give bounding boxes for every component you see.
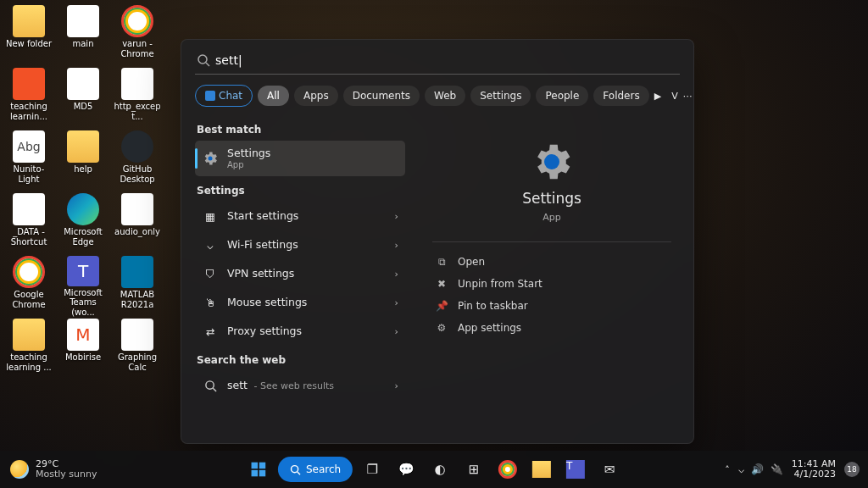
notification-badge[interactable]: 18	[844, 462, 860, 477]
result-setting[interactable]: ⌵Wi-Fi settings›	[195, 230, 405, 259]
desktop-icon[interactable]: varun - Chrome	[112, 3, 163, 66]
search-filter-row: Chat All Apps Documents Web Settings Peo…	[181, 75, 693, 114]
result-setting[interactable]: ⇄Proxy settings›	[195, 317, 405, 346]
result-title: Settings	[227, 147, 398, 160]
chevron-right-icon: ›	[395, 240, 398, 251]
filter-people[interactable]: People	[536, 86, 588, 106]
preview-action[interactable]: ✖Unpin from Start	[432, 273, 671, 295]
desktop-icon-label: MD5	[74, 102, 93, 112]
filter-documents[interactable]: Documents	[343, 86, 420, 106]
filter-apps[interactable]: Apps	[294, 86, 338, 106]
taskbar-teams[interactable]: T	[561, 455, 590, 484]
result-setting[interactable]: 🖱Mouse settings›	[195, 288, 405, 317]
desktop-icon-label: teaching learnin...	[4, 102, 53, 121]
desktop-icon-label: Graphing Calc	[113, 352, 162, 372]
desktop-icon[interactable]: AbgNunito-Light	[3, 129, 54, 191]
weather-icon	[10, 460, 29, 479]
proxy-icon: ⇄	[202, 323, 219, 340]
result-setting[interactable]: ▦Start settings›	[195, 202, 405, 230]
desktop-icon[interactable]: main	[58, 3, 108, 66]
result-web-search[interactable]: sett - See web results ›	[195, 371, 405, 400]
desktop-icon[interactable]: MD5	[58, 66, 108, 129]
desktop-icon[interactable]: help	[58, 129, 108, 191]
search-icon	[202, 377, 219, 394]
taskbar-copilot[interactable]: ◐	[426, 455, 454, 484]
user-avatar[interactable]: V	[671, 86, 678, 105]
desktop-icon[interactable]: MATLAB R2021a	[112, 254, 163, 317]
taskbar-store[interactable]: ⊞	[459, 455, 488, 484]
folder-icon	[13, 319, 45, 351]
desktop-icon[interactable]: http_except...	[112, 66, 163, 129]
preview-action[interactable]: ⚙App settings	[432, 317, 671, 339]
desktop-icon[interactable]: MMobirise	[58, 317, 108, 380]
desktop-icon[interactable]: _DATA - Shortcut	[3, 191, 54, 254]
desktop-icon-label: Nunito-Light	[4, 164, 53, 184]
filter-more-arrow-icon[interactable]: ▶	[654, 86, 661, 105]
desktop-icon-label: varun - Chrome	[113, 39, 162, 58]
desktop-icon[interactable]: GitHub Desktop	[112, 129, 163, 191]
desktop-icon-label: Microsoft Teams (wo...	[58, 288, 108, 318]
start-button[interactable]	[244, 455, 273, 484]
bing-b-icon	[205, 91, 215, 101]
desktop-icon[interactable]: Graphing Calc	[112, 317, 163, 380]
taskbar-search-button[interactable]: Search	[278, 457, 353, 482]
gear-icon	[202, 150, 219, 167]
result-title: Wi-Fi settings	[227, 238, 387, 252]
taskbar-clock[interactable]: 11:41 AM 4/1/2023	[792, 459, 836, 480]
filter-settings[interactable]: Settings	[470, 86, 531, 106]
desktop-icon-label: main	[73, 39, 94, 49]
result-setting[interactable]: ⛉VPN settings›	[195, 259, 405, 288]
preview-action[interactable]: ⧉Open	[432, 251, 671, 273]
desktop-icon-label: _DATA - Shortcut	[4, 227, 53, 247]
mouse-icon: 🖱	[202, 294, 219, 311]
volume-icon[interactable]: 🔊	[751, 463, 764, 475]
search-input[interactable]: sett	[215, 53, 680, 67]
search-icon	[197, 53, 210, 67]
taskbar-weather-widget[interactable]: 29°C Mostly sunny	[0, 459, 97, 480]
desktop-icon[interactable]: New folder	[3, 3, 54, 66]
taskbar-explorer[interactable]	[527, 455, 556, 484]
file-icon: Abg	[13, 130, 45, 163]
search-preview-pane: Settings App ⧉Open✖Unpin from Start📌Pin …	[410, 114, 693, 443]
taskbar-chat[interactable]: 💬	[392, 455, 420, 484]
desktop-icon[interactable]: teaching learnin...	[3, 66, 54, 129]
tray-chevron-up-icon[interactable]: ˄	[725, 464, 730, 475]
desktop-icon[interactable]: teaching learning ...	[3, 317, 54, 380]
preview-subtitle: App	[542, 212, 561, 223]
open-icon: ⧉	[436, 256, 448, 268]
battery-icon[interactable]: 🔌	[771, 463, 783, 475]
desktop-icon[interactable]: Google Chrome	[3, 254, 54, 317]
filter-all[interactable]: All	[258, 86, 289, 106]
file-icon	[67, 5, 99, 37]
desktop-icon[interactable]: audio_only	[112, 191, 163, 254]
desktop-icon[interactable]: TMicrosoft Teams (wo...	[58, 254, 108, 317]
preview-title: Settings	[522, 190, 581, 207]
section-best-match: Best match	[197, 124, 405, 136]
desktop-icon-label: Mobirise	[65, 352, 101, 363]
preview-action[interactable]: 📌Pin to taskbar	[432, 295, 671, 317]
taskbar-task-view[interactable]: ❐	[358, 455, 387, 484]
filter-chat[interactable]: Chat	[195, 85, 253, 107]
svg-point-5	[544, 154, 559, 169]
desktop-icon[interactable]: Microsoft Edge	[58, 191, 108, 254]
taskbar-chrome[interactable]	[493, 455, 522, 484]
desktop-icon-label: Google Chrome	[4, 290, 53, 309]
action-label: App settings	[458, 322, 521, 334]
svg-rect-6	[252, 463, 259, 469]
more-options-icon[interactable]: ⋯	[683, 86, 693, 105]
shield-icon: ⛉	[202, 265, 219, 282]
svg-point-3	[205, 381, 213, 389]
svg-line-11	[298, 471, 300, 474]
taskbar-mail[interactable]: ✉	[595, 455, 624, 484]
result-settings-app[interactable]: SettingsApp	[195, 141, 405, 176]
svg-rect-9	[259, 470, 266, 477]
wifi-icon[interactable]: ⌵	[738, 463, 744, 475]
svg-line-1	[206, 63, 209, 66]
filter-web[interactable]: Web	[425, 86, 465, 106]
section-settings: Settings	[197, 185, 405, 197]
filter-folders[interactable]: Folders	[593, 86, 648, 106]
brave-icon	[13, 68, 45, 100]
search-bar[interactable]: sett	[195, 53, 680, 75]
taskbar-system-tray: ˄ ⌵ 🔊 🔌 11:41 AM 4/1/2023 18	[725, 459, 868, 480]
result-subtitle: App	[227, 160, 398, 171]
